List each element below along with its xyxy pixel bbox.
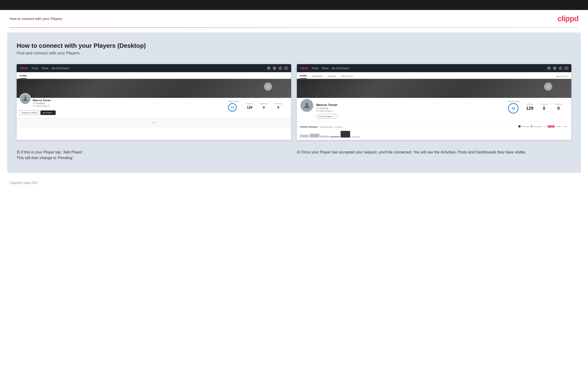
clippd-logo: clippd <box>558 14 579 23</box>
screenshot-2: clippd Home Teams My Performance <box>297 64 571 140</box>
tab-profile-2[interactable]: Profile <box>300 74 307 79</box>
filter-1yr[interactable]: 1 yr <box>543 125 547 128</box>
quality-circle-1: 92 <box>228 103 237 112</box>
app-navbar-1: clippd Home Teams My Performance <box>17 64 291 72</box>
app-logo-1: clippd <box>19 67 28 70</box>
avatar-2 <box>300 98 314 113</box>
step4-text: 4) Once your Player has accepted your re… <box>297 150 571 155</box>
offcourse-dot <box>531 125 533 127</box>
stat-quality-1: Player Quality 92 <box>225 100 243 112</box>
settings-icon-2[interactable] <box>559 66 562 70</box>
avatar-container-2 <box>300 98 314 113</box>
screenshot-1: clippd Home Teams My Performance <box>17 64 291 140</box>
chart-area-2 <box>300 130 569 138</box>
stats-row-2: Player Quality 92 Activities 129 Followe… <box>505 100 566 114</box>
tabbar-2: Profile Dashboard Activities What To On … <box>297 72 571 79</box>
activity-header-2: Activity Summary Monthly Activity · 6 Mo… <box>300 124 569 128</box>
tab-what-to-on-2[interactable]: What To On <box>341 75 353 79</box>
stat-activities-1: Activities 129 <box>243 103 257 109</box>
player-handicap-2: 1-5 Handicap <box>316 107 338 109</box>
follow-button-1[interactable]: Request to Follow <box>19 110 39 115</box>
stat-followers-2: Followers 0 <box>537 103 551 111</box>
legend-offcourse: Off course <box>531 125 541 127</box>
nav-icons-1 <box>267 66 288 70</box>
chart-bar-2 <box>310 134 320 138</box>
player-location-2: United Kingdom <box>316 110 338 112</box>
quality-circle-2: 92 <box>508 103 519 114</box>
step3-text: 3) If this is your Player tap, 'Add Play… <box>17 150 291 161</box>
header: How to connect with your Players clippd <box>0 10 588 27</box>
filter-3mths[interactable]: 3 mths <box>555 125 562 128</box>
filter-1mth[interactable]: 1 mth <box>562 125 569 128</box>
tab-activities-2[interactable]: Activities <box>327 75 336 79</box>
stats-row-1: Player Quality 92 Activities 129 Followe… <box>225 100 285 112</box>
description-step3: 3) If this is your Player tap, 'Add Play… <box>17 147 291 163</box>
chart-bar-4 <box>330 136 340 138</box>
svg-line-7 <box>549 68 550 69</box>
filter-6mths[interactable]: 6 mths <box>548 125 554 128</box>
screenshot-bottom-1: ✏ <box>17 118 291 127</box>
flag-icon-2[interactable] <box>564 67 569 70</box>
descriptions-row: 3) If this is your Player tap, 'Add Play… <box>17 147 571 163</box>
stat-followers-1: Followers 0 <box>257 103 271 109</box>
profile-section-1: Marcus Turner 1-5 Handicap United Kingdo… <box>17 98 291 118</box>
chart-bar-1 <box>300 135 309 138</box>
activity-title-2: Activity Summary <box>300 126 318 128</box>
stat-activities-2: Activities 129 <box>523 103 537 111</box>
activity-period-2: Monthly Activity · 6 Months <box>319 126 342 128</box>
stat-following-1: Following 0 <box>271 103 285 109</box>
svg-point-10 <box>305 103 308 106</box>
nav-myperformance-1: My Performance <box>52 67 69 70</box>
app-logo-2: clippd <box>300 67 308 70</box>
settings-icon-1[interactable] <box>278 66 282 70</box>
add-player-button-1[interactable]: Add Player + <box>40 110 56 115</box>
nav-home-2: Home <box>312 67 318 70</box>
main-subtitle: Find and connect with your Players <box>17 51 571 56</box>
hero-image-2 <box>297 79 571 98</box>
header-divider <box>9 27 579 28</box>
nav-teams-1: Teams <box>41 67 48 70</box>
stat-following-2: Following 0 <box>551 103 566 111</box>
main-title: How to connect with your Players (Deskto… <box>17 42 571 50</box>
avatar-1 <box>19 93 31 105</box>
player-location-1: United Kingdom <box>33 105 51 107</box>
user-icon-1[interactable] <box>273 66 277 70</box>
stat-quality-2: Player Quality 92 <box>505 100 523 114</box>
player-handicap-1: 1-5 Handicap <box>33 102 51 105</box>
main-content: How to connect with your Players (Deskto… <box>7 33 581 173</box>
tabbar-1: Profile <box>17 72 291 79</box>
svg-point-3 <box>280 68 280 68</box>
chart-bar-6 <box>351 136 360 138</box>
player-dropdown-2[interactable]: Marcus Turner <box>556 75 569 79</box>
app-navbar-2: clippd Home Teams My Performance <box>297 64 571 72</box>
svg-point-9 <box>560 68 561 68</box>
search-icon-2[interactable] <box>547 66 551 70</box>
avatar-container-1 <box>19 93 31 105</box>
profile-section-2: Marcus Turner 1-5 Handicap United Kingdo… <box>297 98 571 122</box>
nav-home-1: Home <box>32 67 38 70</box>
tab-profile-1[interactable]: Profile <box>19 74 27 79</box>
user-icon-2[interactable] <box>553 66 557 70</box>
nav-links-2: Home Teams My Performance <box>312 67 349 70</box>
chart-bar-3 <box>320 136 330 138</box>
activity-summary-2: Activity Summary Monthly Activity · 6 Mo… <box>297 122 571 140</box>
oncourse-dot <box>519 125 520 127</box>
legend-oncourse: On course <box>519 125 529 127</box>
activity-filters-2: On course Off course 1 yr 6 mths 3 mths … <box>519 125 569 128</box>
remove-player-button-2[interactable]: Remove Player ✕ <box>316 114 338 119</box>
svg-point-4 <box>24 97 26 99</box>
description-step4: 4) Once your Player has accepted your re… <box>297 147 571 163</box>
nav-links-1: Home Teams My Performance <box>32 67 69 70</box>
tab-dashboard-2[interactable]: Dashboard <box>311 75 322 79</box>
search-icon-1[interactable] <box>267 66 271 70</box>
nav-icons-2 <box>547 66 569 70</box>
svg-point-8 <box>554 67 555 68</box>
svg-line-1 <box>269 68 269 69</box>
nav-myperformance-2: My Performance <box>332 67 349 70</box>
svg-point-6 <box>548 67 549 69</box>
hero-image-1 <box>17 79 291 98</box>
header-title: How to connect with your Players <box>9 17 62 21</box>
flag-icon-1[interactable] <box>284 67 288 70</box>
screenshots-row: clippd Home Teams My Performance <box>17 64 571 140</box>
player-name-1: Marcus Turner <box>33 99 51 102</box>
